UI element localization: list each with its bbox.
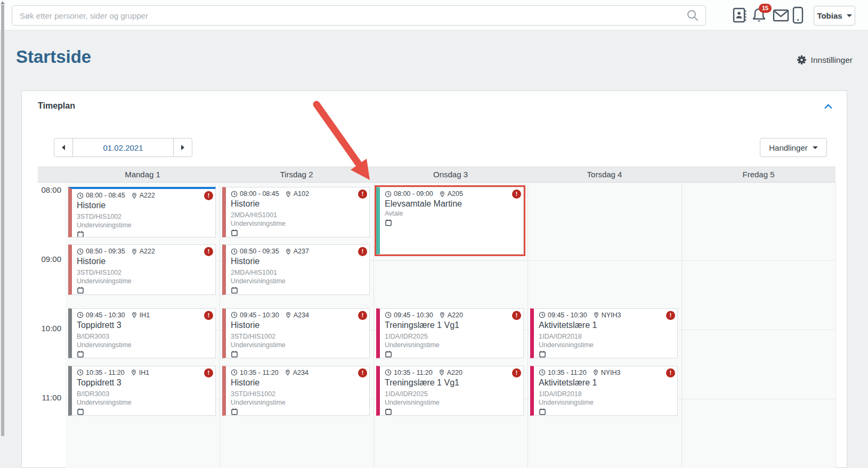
event-time: 10:35 - 11:20 — [394, 369, 433, 376]
event-code: B/IDR3003 — [77, 333, 211, 340]
alert-icon: ! — [512, 368, 521, 377]
event-card[interactable]: 09:45 - 10:30NYIH3Aktivitetslære 11IDA/I… — [530, 308, 678, 359]
event-type: Undervisningstime — [385, 341, 519, 349]
contacts-icon[interactable] — [732, 7, 748, 26]
event-time-room: 09:45 - 10:30A220 — [385, 311, 519, 319]
day-header: Onsdag 3 — [374, 167, 528, 182]
event-code: 1IDA/IDR2025 — [385, 333, 519, 340]
event-type: Undervisningstime — [231, 277, 365, 285]
clock-icon — [385, 369, 392, 376]
event-room: IH1 — [140, 311, 150, 319]
event-card[interactable]: 08:50 - 09:35A237Historie2MDA/HIS1001Und… — [222, 244, 370, 295]
chevron-up-icon — [825, 105, 832, 109]
event-card[interactable]: 08:00 - 08:45A222Historie3STD/HIS1002Und… — [68, 187, 216, 237]
user-menu-button[interactable]: Tobias — [814, 6, 855, 26]
event-card[interactable]: 09:45 - 10:30A234Historie3STD/HIS1002Und… — [222, 308, 370, 359]
event-code: 3STD/HIS1002 — [77, 269, 211, 276]
event-card[interactable]: 10:35 - 11:20NYIH3Aktivitetslære 11IDA/I… — [530, 366, 678, 416]
event-card[interactable]: 09:45 - 10:30A220Treningslære 1 Vg11IDA/… — [376, 308, 524, 359]
search-icon[interactable] — [686, 9, 699, 22]
clock-icon — [231, 369, 238, 376]
event-code: 1IDA/IDR2018 — [539, 390, 673, 398]
page-title: Startside — [16, 47, 91, 67]
location-pin-icon — [593, 311, 599, 318]
location-pin-icon — [285, 248, 291, 255]
location-pin-icon — [285, 369, 291, 376]
clock-icon — [77, 311, 84, 318]
calendar-icon — [77, 231, 211, 237]
event-room: A234 — [293, 369, 309, 376]
actions-dropdown-button[interactable]: Handlinger — [760, 138, 827, 157]
event-card[interactable]: 10:35 - 11:20A234Historie3STD/HIS1002Und… — [222, 366, 370, 416]
event-title: Toppidrett 3 — [77, 378, 211, 388]
left-scrollbar[interactable] — [0, 0, 5, 468]
clock-icon — [77, 369, 84, 376]
location-pin-icon — [131, 369, 137, 376]
day-header: Mandag 1 — [66, 167, 220, 182]
event-time: 10:35 - 11:20 — [548, 369, 587, 376]
alert-icon: ! — [666, 368, 675, 377]
clock-icon — [231, 191, 238, 198]
event-card[interactable]: 08:50 - 09:35A222Historie3STD/HIS1002Und… — [68, 244, 216, 295]
event-time-room: 08:00 - 09:00A205 — [385, 190, 519, 198]
mobile-phone-icon[interactable] — [792, 6, 804, 26]
scrollbar-thumb[interactable] — [1, 5, 4, 436]
event-title: Historie — [77, 201, 211, 210]
clock-icon — [539, 311, 546, 318]
event-room: A222 — [140, 248, 155, 255]
location-pin-icon — [439, 311, 445, 318]
event-card[interactable]: 10:35 - 11:20IH1Toppidrett 3B/IDR3003Und… — [68, 366, 216, 416]
grid-column-divider — [374, 183, 374, 468]
collapse-panel-button[interactable] — [821, 101, 835, 112]
calendar-icon — [231, 408, 365, 415]
alert-icon: ! — [358, 247, 367, 256]
event-time-room: 10:35 - 11:20IH1 — [77, 369, 211, 376]
location-pin-icon — [285, 311, 291, 318]
calendar-icon — [539, 408, 673, 415]
calendar-icon — [385, 219, 519, 226]
event-title: Treningslære 1 Vg1 — [385, 378, 519, 388]
event-card[interactable]: 09:45 - 10:30IH1Toppidrett 3B/IDR3003Und… — [68, 308, 216, 359]
calendar-icon — [77, 408, 211, 415]
calendar-icon — [385, 350, 519, 358]
day-header: Tirsdag 2 — [220, 167, 374, 182]
event-title: Historie — [231, 257, 365, 266]
event-room: A237 — [294, 248, 309, 255]
chevron-down-icon — [813, 146, 818, 149]
event-title: Historie — [231, 321, 365, 330]
next-day-button[interactable] — [174, 138, 192, 157]
location-pin-icon — [593, 369, 599, 376]
event-card[interactable]: 10:35 - 11:20A220Treningslære 1 Vg11IDA/… — [376, 366, 524, 416]
event-type: Avtale — [385, 210, 519, 217]
location-pin-icon — [131, 248, 137, 255]
event-card[interactable]: 08:00 - 08:45A102Historie2MDA/HIS1001Und… — [222, 187, 370, 237]
event-time: 09:45 - 10:30 — [548, 311, 587, 319]
event-time: 09:45 - 10:30 — [240, 311, 279, 319]
calendar-icon — [77, 350, 211, 358]
event-title: Historie — [77, 257, 211, 266]
event-room: NYIH3 — [602, 311, 621, 319]
timeplan-panel: Timeplan 01.02.2021 Handlinger Mandag 1T… — [21, 91, 847, 468]
event-time: 10:35 - 11:20 — [240, 369, 279, 376]
event-type: Undervisningstime — [77, 399, 211, 406]
time-label: 11:00 — [38, 393, 61, 403]
alert-icon: ! — [204, 311, 213, 320]
settings-button[interactable]: Innstillinger — [797, 55, 853, 65]
event-title: Toppidrett 3 — [77, 321, 211, 330]
event-time: 10:35 - 11:20 — [86, 369, 125, 376]
event-room: NYIH3 — [601, 369, 621, 376]
messages-envelope-icon[interactable] — [773, 9, 789, 24]
location-pin-icon — [439, 369, 445, 376]
previous-day-button[interactable] — [54, 138, 72, 157]
scroll-up-arrow-icon[interactable] — [1, 1, 5, 4]
arrow-right-icon — [181, 145, 184, 150]
current-date-button[interactable]: 01.02.2021 — [72, 138, 174, 157]
arrow-left-icon — [62, 145, 65, 150]
event-room: A205 — [448, 190, 463, 198]
time-label: 10:00 — [38, 324, 61, 333]
calendar-icon — [231, 229, 365, 236]
chevron-down-icon — [847, 14, 852, 17]
event-time: 09:45 - 10:30 — [86, 311, 125, 319]
search-input[interactable] — [12, 5, 706, 26]
event-card[interactable]: 08:00 - 09:00A205Elevsamtale MartineAvta… — [376, 187, 524, 254]
